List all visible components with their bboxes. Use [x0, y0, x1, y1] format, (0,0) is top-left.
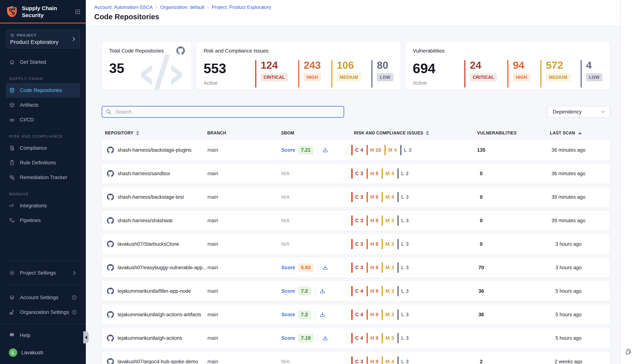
- sbom-score-label: Score: [281, 147, 295, 153]
- vulnerabilities-severity-tiles: 24CRITICAL 94HIGH 572MEDIUM 4LOW: [464, 60, 602, 88]
- search-input[interactable]: [102, 106, 344, 118]
- sbom-score-value: 7.19: [298, 334, 314, 342]
- table-row[interactable]: tejakummarikuntla/filler-app-node main S…: [102, 281, 610, 301]
- sidebar-item-compliance[interactable]: Compliance: [6, 141, 80, 155]
- issues-cell: C3 H9 M3 L3: [351, 262, 412, 273]
- table-header: REPOSITORY BRANCH SBOM RISK AND COMPLIAN…: [102, 128, 610, 140]
- sidebar-item-remediation-tracker[interactable]: Remediation Tracker: [6, 170, 80, 185]
- severity-high: H8: [367, 216, 378, 226]
- dependency-filter-select[interactable]: Dependency: [547, 106, 610, 118]
- table-row[interactable]: tejakummarikuntla/gh-actions-artifacts m…: [102, 304, 610, 325]
- sidebar-item-account-settings[interactable]: Account Settings: [6, 290, 80, 305]
- column-header-last-scan[interactable]: LAST SCAN: [550, 130, 582, 136]
- sbom-score-value: 7.2: [298, 310, 311, 319]
- table-row[interactable]: lavakush07/StarbucksClone main N/A C3 H8…: [102, 234, 610, 254]
- info-icon[interactable]: [72, 310, 77, 315]
- severity-tile-critical: 24CRITICAL: [464, 60, 497, 88]
- issues-cell: C4 H10 M4 L3: [351, 145, 415, 155]
- sbom-score-label: Score: [281, 288, 295, 294]
- download-sbom-button[interactable]: [322, 335, 328, 341]
- breadcrumb-account-link[interactable]: Account: Automation-SSCA: [94, 4, 153, 10]
- table-row[interactable]: shash-harness/backstage-test main N/A C3…: [102, 187, 610, 207]
- project-name: Product Exploratory: [10, 39, 76, 45]
- breadcrumb-project-link[interactable]: Project: Product Exploratory: [212, 4, 271, 10]
- last-scan-cell: 5 hours ago: [541, 288, 596, 294]
- branch-cell: main: [207, 359, 218, 364]
- issues-cell: C3 H8 M3 L3: [351, 216, 412, 226]
- column-header-issues[interactable]: RISK AND COMPLIANCE ISSUES: [354, 130, 429, 136]
- column-header-vulnerabilities: VULNERABILITIES: [477, 130, 517, 136]
- sbom-cell: N/A: [281, 218, 290, 224]
- table-row[interactable]: tejakummarikuntla/gh-actions main Score …: [102, 328, 610, 348]
- severity-high: H8: [367, 239, 378, 249]
- remediation-icon: [9, 174, 15, 180]
- sidebar-item-get-started[interactable]: Get Started: [6, 55, 80, 70]
- table-row[interactable]: shash-harness/backstage-plugins main Sco…: [102, 140, 610, 160]
- severity-medium: M3: [382, 239, 394, 249]
- severity-badge: HIGH: [304, 73, 321, 81]
- chevron-right-icon: [71, 36, 77, 42]
- info-icon[interactable]: [72, 295, 77, 300]
- download-sbom-button[interactable]: [322, 147, 328, 153]
- vulnerabilities-cell: 36: [469, 312, 493, 318]
- sidebar-item-organization-settings[interactable]: Organization Settings: [6, 305, 80, 320]
- sbom-score-value: 5.83: [298, 263, 314, 272]
- sidebar-item-cicd[interactable]: ∞ CI/CD: [6, 112, 80, 127]
- github-icon: [176, 46, 185, 55]
- sbom-cell: N/A: [281, 241, 290, 247]
- vulnerabilities-card: Vulnerabilities 694 Active 24CRITICAL 94…: [405, 42, 610, 90]
- download-sbom-button[interactable]: [319, 312, 326, 318]
- module-grid-icon[interactable]: [75, 9, 80, 15]
- sidebar-item-rule-definitions[interactable]: Rule Definitions: [6, 155, 80, 170]
- sbom-cell: N/A: [281, 194, 290, 200]
- table-row[interactable]: shash-harness/shashwat main N/A C3 H8 M3…: [102, 210, 610, 231]
- download-sbom-button[interactable]: [322, 264, 328, 271]
- svg-text:?: ?: [12, 334, 13, 336]
- card-label: Vulnerabilities: [413, 48, 603, 54]
- sidebar-collapse-handle[interactable]: [83, 331, 89, 344]
- vulnerabilities-cell: 0: [469, 171, 493, 176]
- severity-badge: MEDIUM: [546, 73, 570, 81]
- branch-cell: main: [207, 241, 218, 247]
- divider: [6, 260, 80, 261]
- column-header-repository[interactable]: REPOSITORY: [105, 130, 139, 136]
- sbom-cell: Score 7.21: [281, 146, 328, 154]
- github-icon: [107, 264, 114, 271]
- section-label-supply-chain: SUPPLY CHAIN: [9, 76, 86, 81]
- branch-cell: main: [207, 312, 218, 318]
- sbom-score-label: Score: [281, 312, 295, 318]
- severity-low: L3: [397, 356, 409, 364]
- main-area: Account: Automation-SSCA › Organization:…: [86, 0, 621, 364]
- severity-tile-high: 243HIGH: [298, 60, 321, 88]
- project-selector[interactable]: PROJECT Product Exploratory: [6, 30, 80, 48]
- total-repos-card: Total Code Repositories 35 ‹/›: [102, 42, 192, 90]
- severity-badge: LOW: [586, 73, 602, 81]
- severity-low: L3: [397, 262, 409, 273]
- sidebar-item-pipelines[interactable]: Pipelines: [6, 213, 80, 228]
- summary-cards: Total Code Repositories 35 ‹/› Risk and …: [102, 42, 610, 90]
- sidebar-item-project-settings[interactable]: Project Settings: [6, 266, 80, 280]
- user-menu[interactable]: L Lavakush: [6, 346, 80, 359]
- sidebar-item-artifacts[interactable]: Artifacts: [6, 98, 80, 112]
- page-content: Total Code Repositories 35 ‹/› Risk and …: [86, 26, 621, 364]
- breadcrumb-org-link[interactable]: Organization: default: [160, 4, 204, 10]
- sidebar-item-integrations[interactable]: Integrations: [6, 198, 80, 213]
- last-scan-cell: 5 hours ago: [541, 312, 596, 318]
- divider: [6, 285, 80, 286]
- support-chat-icon[interactable]: [623, 348, 632, 356]
- sort-icon: [136, 131, 139, 135]
- sidebar-item-help[interactable]: ? Help: [6, 328, 80, 343]
- severity-badge: HIGH: [513, 73, 530, 81]
- severity-critical: C3: [351, 168, 363, 179]
- severity-low: L3: [400, 145, 412, 155]
- branch-cell: main: [207, 171, 218, 176]
- issues-cell: C3 H9 M4 L3: [351, 356, 412, 364]
- sidebar-nav: Get Started SUPPLY CHAIN Code Repositori…: [0, 55, 86, 228]
- table-row[interactable]: lavakush07/easybuggy-vulnerable-app... m…: [102, 257, 610, 278]
- page-header: Account: Automation-SSCA › Organization:…: [86, 0, 621, 26]
- table-row[interactable]: shash-harness/sandbox main N/A C3 H8 M4 …: [102, 163, 610, 184]
- severity-badge: MEDIUM: [337, 73, 361, 81]
- download-sbom-button[interactable]: [319, 288, 326, 294]
- sidebar-item-code-repositories[interactable]: Code Repositories: [6, 83, 80, 98]
- table-row[interactable]: lavakush07/argocd-hub-spoke-demo main N/…: [102, 351, 610, 364]
